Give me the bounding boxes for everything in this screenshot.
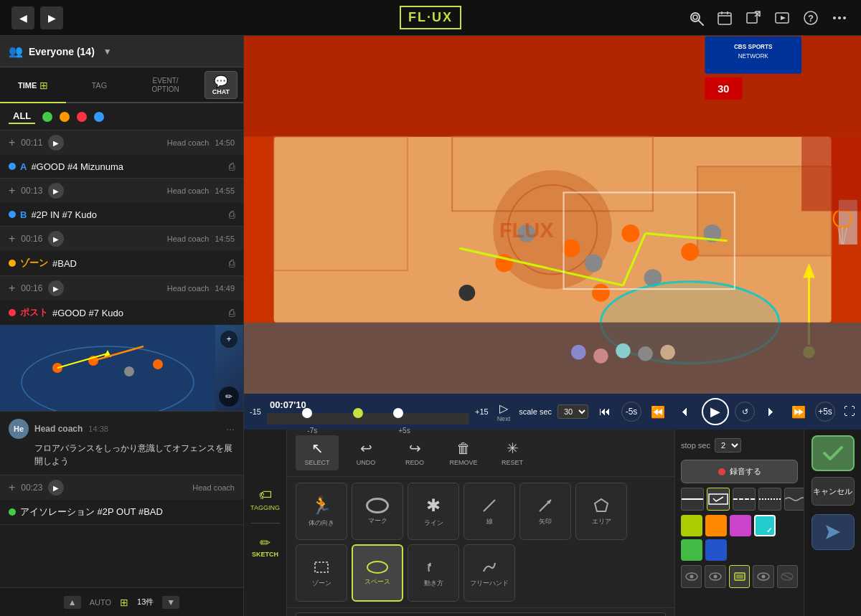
text-input[interactable] [296,612,666,616]
event-share-3[interactable]: ⎙ [229,257,235,269]
event-add-1[interactable]: + [9,136,15,149]
vis-eye-1[interactable] [681,565,702,588]
event-play-1[interactable]: ▶ [48,135,64,151]
event-add-3[interactable]: + [9,232,15,245]
remove-tool-button[interactable]: 🗑 REMOVE [442,436,485,470]
more-icon[interactable] [829,8,850,28]
color-swatch-orange[interactable] [705,515,727,536]
play-button[interactable]: ▶ [702,398,729,425]
event-play-3[interactable]: ▶ [48,231,64,247]
color-swatch-blue[interactable] [705,539,727,561]
area-tool[interactable]: エリア [575,483,627,540]
timeline-slider[interactable]: -7s +5s [267,413,469,425]
loop-button[interactable]: ↺ [735,402,755,422]
reset-tool-button[interactable]: ✳ RESET [491,435,534,470]
app-logo: FL·UX [400,6,461,29]
tagging-sidebar: 🏷 TAGGING ✏ SKETCH [244,430,287,616]
move-tool[interactable]: 動き方 [408,544,459,602]
line-style-dashed[interactable] [733,488,756,511]
fast-forward-button[interactable]: ⏩ [788,401,809,422]
rewind-button[interactable]: ⏪ [647,401,669,422]
vis-eye-2[interactable] [705,565,725,588]
time-label: TIME [18,81,37,90]
nav-forward-button[interactable]: ▶ [40,6,63,29]
tool-action-row: ↖ SELECT ↩ UNDO ↪ REDO 🗑 REMOVE [287,430,674,477]
tagging-section[interactable]: 🏷 TAGGING [250,488,280,511]
event-add-4[interactable]: + [9,282,15,295]
color-swatch-green[interactable] [681,539,702,561]
event-play-last[interactable]: ▶ [48,480,64,496]
line-tool[interactable]: ✱ ライン [408,483,459,540]
scroll-up-button[interactable]: ▲ [64,596,81,609]
right-tools-panel: stop sec 2 1 3 5 録音する [674,430,804,616]
vis-eye-3[interactable] [753,565,773,588]
thumbnail-edit-icon[interactable]: ✏ [219,387,239,407]
tab-event-option[interactable]: EVENT/OPTION [132,69,198,103]
stop-sec-row: stop sec 2 1 3 5 [681,435,798,455]
tab-chat[interactable]: 💬 CHAT [204,71,237,99]
event-play-4[interactable]: ▶ [48,280,64,296]
scale-select[interactable]: 30 15 60 [557,404,588,419]
chat-more-icon[interactable]: ··· [226,423,235,435]
vis-eye-4[interactable] [777,565,798,588]
filter-dot-red[interactable] [77,112,87,122]
tab-tag[interactable]: TAG [66,69,132,103]
next-button[interactable]: ▷ Next [497,402,511,422]
scroll-down-button[interactable]: ▼ [162,596,179,609]
color-swatch-cyan[interactable] [754,515,776,536]
thumbnail-expand-icon[interactable]: + [220,331,237,348]
export-icon[interactable] [743,8,763,28]
space-tool[interactable]: スペース [352,544,403,602]
filter-dot-green[interactable] [42,112,52,122]
fullscreen-icon[interactable]: ⛶ [844,405,855,418]
event-dot-4 [9,309,16,316]
mark-tool[interactable]: マーク [352,483,403,540]
event-label-3: #BAD [52,258,225,269]
play-icon[interactable] [772,8,792,28]
calendar-icon[interactable] [715,8,735,28]
freehand-tool[interactable]: フリーハンド [464,544,515,602]
event-play-2[interactable]: ▶ [48,183,64,199]
stop-sec-select[interactable]: 2 1 3 5 [715,438,741,452]
event-content-1: A #GOOD #4 Mizunuma ⎙ [0,155,243,178]
nav-back-button[interactable]: ◀ [11,6,34,29]
line-style-solid[interactable] [681,488,704,511]
send-button[interactable] [811,514,855,550]
color-swatch-lime[interactable] [681,515,702,536]
undo-tool-button[interactable]: ↩ UNDO [344,435,387,470]
tab-time[interactable]: TIME ⊞ [0,69,66,103]
confirm-button[interactable] [811,435,855,471]
zone-tool[interactable]: ゾーン [296,544,347,602]
cancel-button[interactable]: キャンセル [811,477,855,506]
sketch-section[interactable]: ✏ SKETCH [252,535,278,558]
forward-5s-button[interactable]: +5s [815,402,835,422]
search-icon[interactable] [686,8,706,28]
event-share-1[interactable]: ⎙ [229,161,235,172]
vis-layer[interactable] [729,565,750,588]
line-style-box[interactable] [707,488,730,511]
event-content-4: ポスト #GOOD #7 Kudo ⎙ [0,300,243,325]
rewind-5s-button[interactable]: -5s [621,402,641,422]
svg-point-2 [693,15,697,19]
event-share-2[interactable]: ⎙ [229,209,235,220]
line-style-dotted[interactable] [758,488,781,511]
redo-tool-button[interactable]: ↪ REDO [393,435,436,470]
group-header[interactable]: 👥 Everyone (14) ▼ [0,36,243,67]
filter-dot-orange[interactable] [60,112,70,122]
help-icon[interactable]: ? [801,8,821,28]
stroke-tool[interactable]: 線 [464,483,515,540]
body-orientation-tool[interactable]: 🏃 体の向き [296,483,347,540]
event-add-2[interactable]: + [9,184,15,197]
svg-point-64 [571,345,586,360]
step-forward-button[interactable]: ⏵ [761,401,782,422]
event-share-4[interactable]: ⎙ [229,307,235,318]
step-back-button[interactable]: ⏴ [674,401,696,422]
filter-dot-blue[interactable] [94,112,104,122]
skip-start-button[interactable]: ⏮ [594,401,616,422]
filter-all[interactable]: ALL [9,109,35,124]
arrow-tool[interactable]: 矢印 [519,483,571,540]
select-tool-button[interactable]: ↖ SELECT [296,435,339,470]
color-swatch-purple[interactable] [730,515,751,536]
event-add-last[interactable]: + [9,481,15,494]
record-button[interactable]: 録音する [681,460,798,483]
